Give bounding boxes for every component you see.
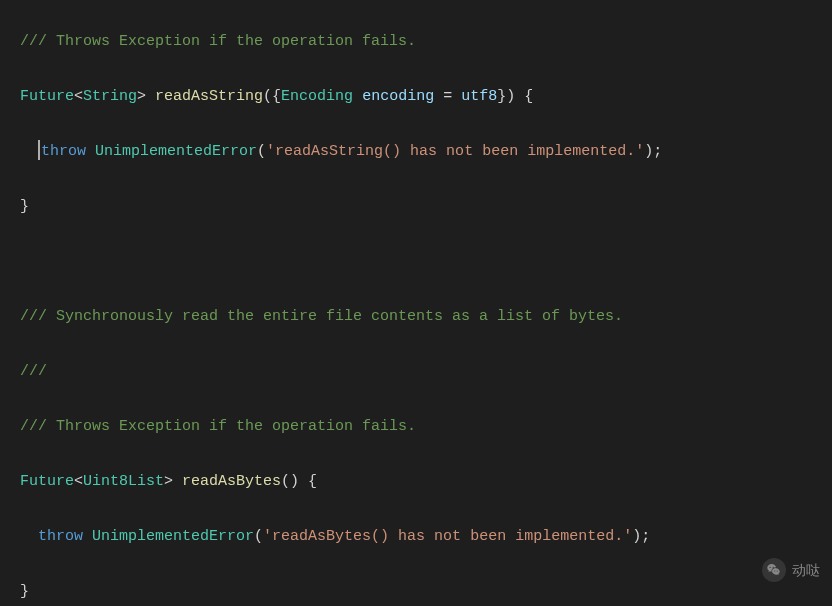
keyword-throw: throw: [38, 528, 83, 545]
code-line: throw UnimplementedError('readAsBytes() …: [20, 523, 832, 551]
code-line: Future<Uint8List> readAsBytes() {: [20, 468, 832, 496]
text-cursor: [38, 140, 40, 160]
class-name: UnimplementedError: [95, 143, 257, 160]
keyword-throw: throw: [41, 143, 86, 160]
string-literal: 'readAsBytes() has not been implemented.…: [263, 528, 632, 545]
method-name: readAsString: [155, 88, 263, 105]
comment-text: /// Throws Exception if the operation fa…: [20, 418, 416, 435]
close-brace: }: [20, 198, 29, 215]
generic-type: Uint8List: [83, 473, 164, 490]
wechat-icon: [762, 558, 786, 582]
watermark: 动哒: [762, 557, 820, 585]
param-type: Encoding: [281, 88, 353, 105]
code-line: Future<String> readAsString({Encoding en…: [20, 83, 832, 111]
param-name: encoding: [362, 88, 434, 105]
code-line: throw UnimplementedError('readAsString()…: [20, 138, 832, 166]
return-type: Future: [20, 473, 74, 490]
close-brace: }: [20, 583, 29, 600]
return-type: Future: [20, 88, 74, 105]
string-literal: 'readAsString() has not been implemented…: [266, 143, 644, 160]
generic-type: String: [83, 88, 137, 105]
watermark-text: 动哒: [792, 557, 820, 585]
code-line: }: [20, 578, 832, 606]
comment-text: /// Throws Exception if the operation fa…: [20, 33, 416, 50]
code-line: /// Throws Exception if the operation fa…: [20, 28, 832, 56]
comment-text: /// Synchronously read the entire file c…: [20, 308, 623, 325]
code-line: /// Throws Exception if the operation fa…: [20, 413, 832, 441]
code-line: }: [20, 193, 832, 221]
blank-line: [20, 248, 832, 276]
code-line: /// Synchronously read the entire file c…: [20, 303, 832, 331]
default-value: utf8: [461, 88, 497, 105]
method-name: readAsBytes: [182, 473, 281, 490]
code-block: /// Throws Exception if the operation fa…: [0, 0, 832, 606]
code-line: ///: [20, 358, 832, 386]
class-name: UnimplementedError: [92, 528, 254, 545]
comment-text: ///: [20, 363, 47, 380]
